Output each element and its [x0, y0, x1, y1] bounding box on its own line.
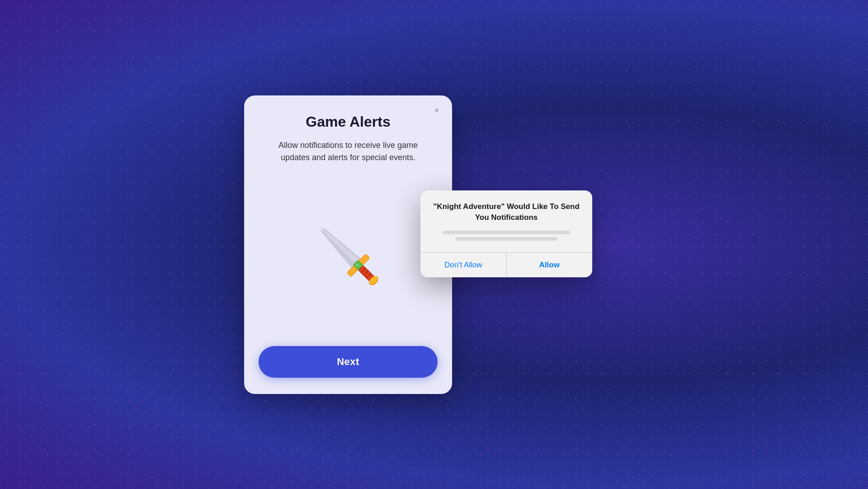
- next-button[interactable]: Next: [259, 346, 438, 378]
- sword-svg: [307, 210, 389, 300]
- ios-dialog-body: "Knight Adventure" Would Like To Send Yo…: [420, 190, 592, 252]
- modal-title: Game Alerts: [306, 114, 390, 130]
- sword-illustration: [303, 182, 393, 328]
- close-button[interactable]: ×: [430, 104, 443, 117]
- ios-notification-dialog: "Knight Adventure" Would Like To Send Yo…: [420, 190, 592, 277]
- ios-dialog-actions: Don't Allow Allow: [420, 253, 592, 277]
- modal-description: Allow notifications to receive live game…: [271, 139, 425, 165]
- scene-container: × Game Alerts Allow notifications to rec…: [244, 95, 624, 394]
- allow-button[interactable]: Allow: [507, 253, 593, 277]
- dont-allow-button[interactable]: Don't Allow: [420, 253, 506, 277]
- close-icon: ×: [434, 106, 439, 115]
- ios-dialog-title: "Knight Adventure" Would Like To Send Yo…: [431, 201, 581, 223]
- placeholder-line-1: [443, 231, 570, 234]
- placeholder-line-2: [455, 237, 557, 241]
